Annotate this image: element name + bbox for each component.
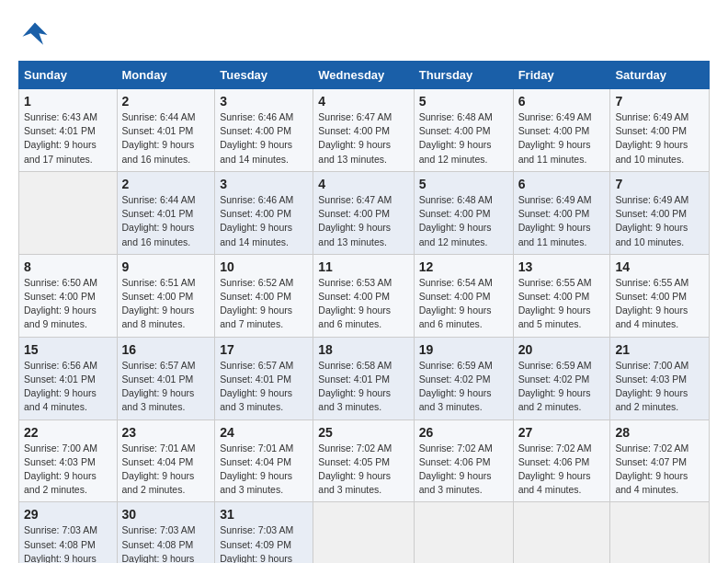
calendar-cell: 3Sunrise: 6:46 AM Sunset: 4:00 PM Daylig…	[215, 171, 313, 254]
day-info: Sunrise: 6:55 AM Sunset: 4:00 PM Dayligh…	[518, 276, 606, 332]
calendar-cell: 6Sunrise: 6:49 AM Sunset: 4:00 PM Daylig…	[513, 89, 610, 172]
day-number: 6	[518, 94, 606, 109]
calendar-cell: 19Sunrise: 6:59 AM Sunset: 4:02 PM Dayli…	[414, 337, 513, 419]
day-number: 4	[318, 177, 408, 191]
day-number: 13	[518, 259, 606, 274]
calendar-cell: 11Sunrise: 6:53 AM Sunset: 4:00 PM Dayli…	[313, 254, 414, 337]
calendar-cell	[610, 502, 710, 563]
calendar-cell: 17Sunrise: 6:57 AM Sunset: 4:01 PM Dayli…	[215, 337, 313, 419]
day-info: Sunrise: 7:03 AM Sunset: 4:08 PM Dayligh…	[122, 523, 210, 563]
col-header-monday: Monday	[117, 62, 215, 89]
calendar-cell: 9Sunrise: 6:51 AM Sunset: 4:00 PM Daylig…	[117, 254, 215, 337]
day-number: 19	[419, 342, 508, 357]
day-info: Sunrise: 6:49 AM Sunset: 4:00 PM Dayligh…	[615, 110, 704, 167]
logo	[18, 18, 57, 52]
svg-marker-0	[23, 23, 48, 45]
calendar-cell: 5Sunrise: 6:48 AM Sunset: 4:00 PM Daylig…	[414, 89, 513, 172]
day-info: Sunrise: 6:49 AM Sunset: 4:00 PM Dayligh…	[615, 193, 704, 249]
day-number: 12	[419, 259, 508, 274]
calendar-cell: 25Sunrise: 7:02 AM Sunset: 4:05 PM Dayli…	[313, 419, 414, 502]
day-number: 26	[419, 425, 508, 440]
calendar-cell: 16Sunrise: 6:57 AM Sunset: 4:01 PM Dayli…	[117, 337, 215, 419]
col-header-saturday: Saturday	[610, 62, 710, 89]
calendar-cell: 21Sunrise: 7:00 AM Sunset: 4:03 PM Dayli…	[610, 337, 710, 419]
day-info: Sunrise: 7:02 AM Sunset: 4:05 PM Dayligh…	[318, 442, 408, 498]
calendar-cell: 4Sunrise: 6:47 AM Sunset: 4:00 PM Daylig…	[313, 171, 414, 254]
calendar-cell: 23Sunrise: 7:01 AM Sunset: 4:04 PM Dayli…	[117, 419, 215, 502]
calendar-cell: 31Sunrise: 7:03 AM Sunset: 4:09 PM Dayli…	[215, 502, 313, 563]
day-number: 5	[419, 177, 508, 191]
day-info: Sunrise: 6:43 AM Sunset: 4:01 PM Dayligh…	[24, 110, 112, 167]
day-number: 5	[419, 94, 508, 109]
calendar-cell: 5Sunrise: 6:48 AM Sunset: 4:00 PM Daylig…	[414, 171, 513, 254]
calendar-cell: 7Sunrise: 6:49 AM Sunset: 4:00 PM Daylig…	[610, 89, 710, 172]
col-header-thursday: Thursday	[414, 62, 513, 89]
day-info: Sunrise: 7:02 AM Sunset: 4:07 PM Dayligh…	[615, 442, 704, 498]
day-info: Sunrise: 6:54 AM Sunset: 4:00 PM Dayligh…	[419, 276, 508, 332]
calendar-cell: 3Sunrise: 6:46 AM Sunset: 4:00 PM Daylig…	[215, 89, 313, 172]
calendar-cell: 24Sunrise: 7:01 AM Sunset: 4:04 PM Dayli…	[215, 419, 313, 502]
calendar-cell: 7Sunrise: 6:49 AM Sunset: 4:00 PM Daylig…	[610, 171, 710, 254]
day-number: 23	[122, 425, 210, 440]
day-number: 20	[518, 342, 606, 357]
calendar-cell: 8Sunrise: 6:50 AM Sunset: 4:00 PM Daylig…	[19, 254, 118, 337]
day-info: Sunrise: 6:59 AM Sunset: 4:02 PM Dayligh…	[518, 359, 606, 415]
day-info: Sunrise: 6:52 AM Sunset: 4:00 PM Dayligh…	[220, 276, 308, 332]
day-info: Sunrise: 6:59 AM Sunset: 4:02 PM Dayligh…	[419, 359, 508, 415]
day-number: 28	[615, 425, 704, 440]
day-info: Sunrise: 6:47 AM Sunset: 4:00 PM Dayligh…	[318, 110, 408, 167]
calendar-week-3: 15Sunrise: 6:56 AM Sunset: 4:01 PM Dayli…	[19, 337, 710, 419]
day-info: Sunrise: 7:01 AM Sunset: 4:04 PM Dayligh…	[220, 442, 308, 498]
calendar-cell: 1Sunrise: 6:43 AM Sunset: 4:01 PM Daylig…	[19, 89, 118, 172]
day-number: 4	[318, 94, 408, 109]
calendar-cell: 29Sunrise: 7:03 AM Sunset: 4:08 PM Dayli…	[19, 502, 118, 563]
calendar-cell: 22Sunrise: 7:00 AM Sunset: 4:03 PM Dayli…	[19, 419, 118, 502]
calendar-cell	[414, 502, 513, 563]
day-info: Sunrise: 6:49 AM Sunset: 4:00 PM Dayligh…	[518, 110, 606, 167]
calendar-cell: 14Sunrise: 6:55 AM Sunset: 4:00 PM Dayli…	[610, 254, 710, 337]
calendar-week-4: 22Sunrise: 7:00 AM Sunset: 4:03 PM Dayli…	[19, 419, 710, 502]
day-number: 2	[122, 94, 210, 109]
day-number: 22	[24, 425, 112, 440]
calendar-cell: 4Sunrise: 6:47 AM Sunset: 4:00 PM Daylig…	[313, 89, 414, 172]
calendar-cell: 12Sunrise: 6:54 AM Sunset: 4:00 PM Dayli…	[414, 254, 513, 337]
col-header-friday: Friday	[513, 62, 610, 89]
calendar-cell: 2Sunrise: 6:44 AM Sunset: 4:01 PM Daylig…	[117, 171, 215, 254]
calendar-cell: 15Sunrise: 6:56 AM Sunset: 4:01 PM Dayli…	[19, 337, 118, 419]
calendar-week-1: 2Sunrise: 6:44 AM Sunset: 4:01 PM Daylig…	[19, 171, 710, 254]
calendar-cell	[19, 171, 118, 254]
day-number: 6	[518, 177, 606, 191]
calendar-header-row: SundayMondayTuesdayWednesdayThursdayFrid…	[19, 62, 710, 89]
day-info: Sunrise: 6:53 AM Sunset: 4:00 PM Dayligh…	[318, 276, 408, 332]
day-number: 10	[220, 259, 308, 274]
day-number: 17	[220, 342, 308, 357]
day-number: 3	[220, 177, 308, 191]
day-info: Sunrise: 6:50 AM Sunset: 4:00 PM Dayligh…	[24, 276, 112, 332]
day-number: 25	[318, 425, 408, 440]
day-number: 11	[318, 259, 408, 274]
day-info: Sunrise: 6:46 AM Sunset: 4:00 PM Dayligh…	[220, 110, 308, 167]
calendar-cell: 6Sunrise: 6:49 AM Sunset: 4:00 PM Daylig…	[513, 171, 610, 254]
col-header-sunday: Sunday	[19, 62, 118, 89]
calendar-cell: 20Sunrise: 6:59 AM Sunset: 4:02 PM Dayli…	[513, 337, 610, 419]
day-info: Sunrise: 7:03 AM Sunset: 4:09 PM Dayligh…	[220, 523, 308, 563]
calendar-cell: 28Sunrise: 7:02 AM Sunset: 4:07 PM Dayli…	[610, 419, 710, 502]
day-number: 30	[122, 507, 210, 522]
calendar-cell: 26Sunrise: 7:02 AM Sunset: 4:06 PM Dayli…	[414, 419, 513, 502]
day-number: 27	[518, 425, 606, 440]
day-number: 29	[24, 507, 112, 522]
day-info: Sunrise: 7:00 AM Sunset: 4:03 PM Dayligh…	[615, 359, 704, 415]
day-info: Sunrise: 6:46 AM Sunset: 4:00 PM Dayligh…	[220, 193, 308, 249]
calendar-table: SundayMondayTuesdayWednesdayThursdayFrid…	[18, 61, 710, 563]
day-number: 9	[122, 259, 210, 274]
day-number: 3	[220, 94, 308, 109]
day-info: Sunrise: 6:55 AM Sunset: 4:00 PM Dayligh…	[615, 276, 704, 332]
day-number: 21	[615, 342, 704, 357]
day-number: 18	[318, 342, 408, 357]
day-number: 7	[615, 177, 704, 191]
col-header-wednesday: Wednesday	[313, 62, 414, 89]
day-number: 14	[615, 259, 704, 274]
day-info: Sunrise: 6:44 AM Sunset: 4:01 PM Dayligh…	[122, 110, 210, 167]
calendar-week-0: 1Sunrise: 6:43 AM Sunset: 4:01 PM Daylig…	[19, 89, 710, 172]
day-number: 7	[615, 94, 704, 109]
